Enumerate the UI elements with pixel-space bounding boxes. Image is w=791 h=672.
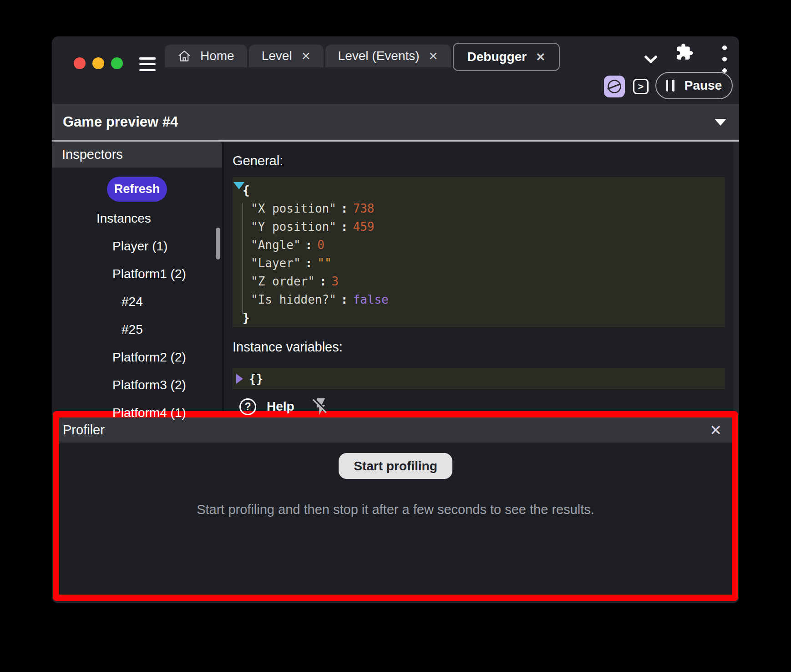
tree-item-instance-25[interactable]: #25: [52, 316, 222, 343]
flash-off-icon[interactable]: [311, 397, 331, 417]
profiler-panel-highlighted: Profiler ✕ Start profiling Start profili…: [53, 411, 738, 601]
game-preview-selector[interactable]: Game preview #4: [52, 104, 739, 142]
chevron-down-icon[interactable]: [644, 56, 657, 64]
inspectors-sidebar: Inspectors Refresh Instances Player (1) …: [52, 142, 222, 411]
pause-icon: [666, 80, 674, 92]
dropdown-caret-icon[interactable]: [715, 119, 726, 126]
game-preview-title: Game preview #4: [63, 114, 178, 130]
general-json-view: { "X position":738 "Y position":459 "Ang…: [233, 177, 725, 327]
tab-label: Home: [200, 49, 234, 63]
refresh-button[interactable]: Refresh: [107, 177, 167, 202]
tab-level[interactable]: Level ✕: [249, 45, 324, 67]
json-indent-guide: [242, 203, 243, 314]
profiler-speedometer-button[interactable]: [604, 76, 625, 97]
instance-variables-json-view: {}: [233, 368, 725, 389]
tree-item-instances[interactable]: Instances: [52, 204, 222, 232]
tab-label: Level (Events): [338, 49, 420, 63]
inspector-detail-panel: General: { "X position":738 "Y position"…: [224, 142, 739, 411]
gdevelop-window: Home Level ✕ Level (Events) ✕ Debugger ✕: [52, 36, 739, 603]
tab-label: Level: [262, 49, 292, 63]
tab-home[interactable]: Home: [165, 45, 247, 67]
pause-label: Pause: [685, 78, 722, 93]
profiler-hint-text: Start profiling and then stop it after a…: [197, 502, 594, 517]
extensions-puzzle-icon[interactable]: [675, 43, 694, 61]
home-icon: [177, 49, 191, 63]
empty-object-braces: {}: [249, 372, 263, 386]
help-question-icon[interactable]: ?: [239, 398, 256, 415]
tree-item-platform4[interactable]: Platform4 (1): [52, 399, 222, 427]
json-row-layer: "Layer":"": [233, 254, 725, 272]
debugger-toolbar: > Pause: [52, 67, 739, 104]
tree-item-platform2[interactable]: Platform2 (2): [52, 343, 222, 371]
close-tab-icon[interactable]: ✕: [301, 51, 311, 62]
tab-debugger[interactable]: Debugger ✕: [453, 43, 560, 71]
help-label[interactable]: Help: [267, 399, 294, 414]
inspectors-title: Inspectors: [62, 147, 123, 162]
close-profiler-icon[interactable]: ✕: [710, 423, 722, 438]
json-close-brace: }: [233, 309, 725, 327]
expand-caret-icon[interactable]: [236, 374, 243, 384]
instances-tree: Instances Player (1) Platform1 (2) #24 #…: [52, 204, 222, 427]
tree-item-platform3[interactable]: Platform3 (2): [52, 371, 222, 399]
inspectors-header: Inspectors: [52, 142, 222, 168]
tab-label: Debugger: [467, 50, 527, 64]
tab-bar: Home Level ✕ Level (Events) ✕ Debugger ✕: [52, 36, 739, 67]
tree-item-platform1[interactable]: Platform1 (2): [52, 260, 222, 288]
profiler-body: Start profiling Start profiling and then…: [59, 443, 732, 595]
json-row-angle: "Angle":0: [233, 236, 725, 254]
screenshot-canvas: Home Level ✕ Level (Events) ✕ Debugger ✕: [0, 0, 791, 672]
pause-button[interactable]: Pause: [655, 72, 733, 99]
tree-item-player[interactable]: Player (1): [52, 232, 222, 260]
console-prompt-glyph: >: [638, 81, 644, 92]
sidebar-scrollbar-thumb[interactable]: [216, 228, 220, 260]
panel-scrollbar-track[interactable]: [733, 142, 739, 411]
json-row-z-order: "Z order":3: [233, 272, 725, 290]
tab-level-events[interactable]: Level (Events) ✕: [325, 45, 451, 67]
tab-strip: Home Level ✕ Level (Events) ✕ Debugger ✕: [165, 43, 562, 67]
close-tab-icon[interactable]: ✕: [429, 51, 438, 62]
json-row-y-position: "Y position":459: [233, 218, 725, 236]
start-profiling-button[interactable]: Start profiling: [339, 453, 452, 479]
json-open-brace: {: [233, 181, 725, 199]
tree-item-instance-24[interactable]: #24: [52, 288, 222, 316]
instance-variables-label: Instance variables:: [233, 340, 739, 355]
debugger-content: Inspectors Refresh Instances Player (1) …: [52, 142, 739, 411]
close-tab-icon[interactable]: ✕: [536, 51, 545, 63]
json-row-x-position: "X position":738: [233, 199, 725, 218]
general-section-label: General:: [233, 153, 739, 168]
json-row-is-hidden: "Is hidden?":false: [233, 290, 725, 309]
help-row: ? Help: [233, 397, 739, 417]
console-button[interactable]: >: [633, 79, 649, 94]
